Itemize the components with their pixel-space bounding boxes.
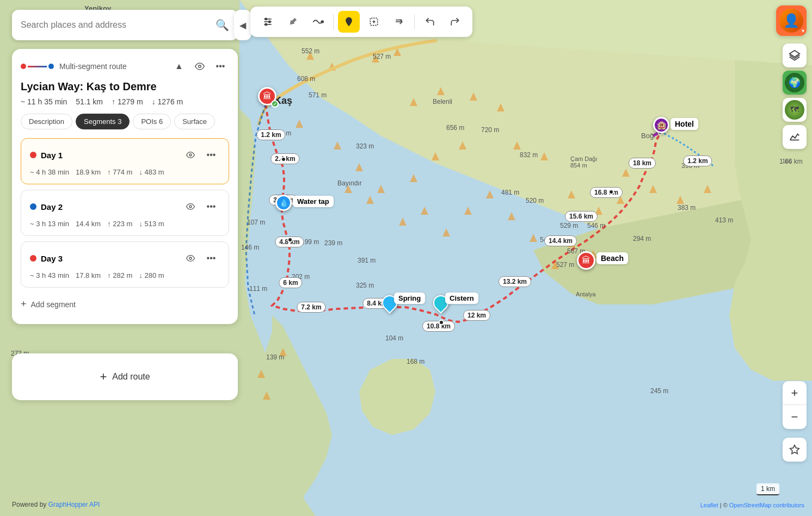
toolbar-poi-btn[interactable] [338, 11, 360, 33]
scale-bar: 1 km [756, 483, 779, 495]
toolbar-edit-btn[interactable] [388, 11, 410, 33]
left-panel: Multi-segment route ▲ ••• Lycian Way: Ka… [12, 49, 238, 324]
graphhopper-link[interactable]: GraphHopper API [48, 501, 100, 508]
spring-label: Spring [394, 293, 425, 304]
add-route-panel: + Add route [12, 353, 238, 400]
svg-point-45 [265, 23, 267, 25]
multi-segment-label: Multi-segment route [59, 62, 165, 71]
day2-distance: 14.4 km [76, 220, 101, 228]
route-ascent: ↑ 1279 m [112, 97, 143, 106]
toolbar-pan-btn[interactable]: ✋ [282, 11, 304, 33]
day3-more-btn[interactable]: ••• [202, 250, 220, 267]
toolbar-undo-btn[interactable] [419, 11, 441, 33]
more-btn[interactable]: ••• [212, 58, 229, 75]
svg-point-53 [199, 65, 201, 68]
toolbar-redo-btn[interactable] [444, 11, 466, 33]
graph-btn[interactable] [783, 125, 807, 149]
right-controls: 🌍 🗺 [783, 43, 807, 149]
osm-link[interactable]: OpenStreetMap contributors [729, 502, 804, 508]
cistern-label: Cistern [445, 293, 478, 304]
day3-descent: ↓ 280 m [139, 271, 164, 279]
svg-point-44 [269, 21, 270, 22]
tab-description[interactable]: Description [21, 114, 72, 129]
zoom-out-btn[interactable]: − [783, 405, 807, 429]
day3-label: Day 3 [41, 254, 63, 263]
segment-day3[interactable]: Day 3 ••• ~ 3 h 43 min 17.8 km ↑ 282 m ↓… [21, 241, 229, 288]
zoom-in-btn[interactable]: + [783, 381, 807, 405]
satellite-btn[interactable]: 🌍 [783, 71, 807, 95]
segment-day2[interactable]: Day 2 ••• ~ 3 h 13 min 14.4 km ↑ 223 m ↓… [21, 190, 229, 236]
powered-by: Powered by GraphHopper API [12, 501, 100, 508]
svg-point-46 [321, 21, 323, 23]
toolbar-draw-btn[interactable] [307, 11, 329, 33]
day2-label: Day 2 [41, 202, 63, 212]
day2-duration: ~ 3 h 13 min [30, 220, 69, 228]
hotel-label: Hotel [670, 118, 698, 130]
tab-row: Description Segments 3 POIs 6 Surface [21, 114, 229, 129]
route-waypoint-2 [287, 237, 293, 243]
day3-distance: 17.8 km [76, 271, 101, 279]
route-distance: 51.1 km [76, 97, 103, 106]
tab-segments[interactable]: Segments 3 [76, 114, 130, 129]
search-icon: 🔍 [216, 18, 229, 32]
route-stats: ~ 11 h 35 min 51.1 km ↑ 1279 m ↓ 1276 m [21, 97, 229, 106]
route-duration: ~ 11 h 35 min [21, 97, 67, 106]
spring-marker: Spring [382, 295, 397, 310]
cistern-marker: Cistern [433, 295, 448, 310]
day1-ascent: ↑ 774 m [107, 168, 132, 176]
day1-label: Day 1 [41, 151, 63, 160]
day2-visibility-btn[interactable] [182, 198, 199, 215]
search-bar[interactable]: 🔍 [12, 10, 238, 40]
route-waypoint-4 [608, 189, 614, 195]
day1-more-btn[interactable]: ••• [202, 146, 220, 164]
toolbar: ✋ [250, 7, 472, 37]
terrain-btn[interactable]: 🗺 [783, 98, 807, 122]
hotel-marker: 🏨 Hotel [653, 117, 669, 133]
avatar-chevron: ▾ [802, 28, 804, 34]
day1-duration: ~ 4 h 38 min [30, 168, 69, 176]
day1-visibility-btn[interactable] [182, 146, 199, 164]
upload-btn[interactable]: ▲ [170, 58, 188, 75]
collapse-panel-button[interactable]: ◀ [234, 10, 251, 40]
toolbar-select-btn[interactable] [363, 11, 385, 33]
beach-marker: 🏛 Beach [577, 251, 595, 270]
route-waypoint-3 [439, 320, 444, 325]
search-input[interactable] [21, 20, 210, 30]
zoom-controls: + − [783, 381, 807, 429]
add-segment-button[interactable]: + Add segment [21, 293, 76, 315]
svg-point-56 [189, 257, 192, 259]
route-waypoint-1 [281, 157, 286, 162]
day1-descent: ↓ 483 m [139, 168, 164, 176]
day3-ascent: ↑ 282 m [107, 271, 132, 279]
day3-visibility-btn[interactable] [182, 250, 199, 267]
add-route-button[interactable]: + Add route [21, 362, 229, 391]
visibility-btn[interactable] [191, 58, 208, 75]
locate-btn[interactable] [783, 438, 807, 462]
beach-label: Beach [596, 252, 628, 264]
svg-point-55 [189, 206, 192, 208]
tab-surface[interactable]: Surface [174, 114, 215, 129]
user-avatar[interactable]: 👤 ▾ [776, 5, 807, 36]
day1-distance: 18.9 km [76, 168, 101, 176]
layers-btn[interactable] [783, 43, 807, 67]
tab-pois[interactable]: POIs 6 [133, 114, 171, 129]
svg-point-54 [189, 154, 192, 156]
toolbar-filters-btn[interactable] [257, 11, 279, 33]
segment-day1[interactable]: Day 1 ••• ~ 4 h 38 min 18.9 km ↑ 774 m ↓… [21, 138, 229, 184]
day3-duration: ~ 3 h 43 min [30, 271, 69, 279]
kas-marker: 🏛 ✓ [258, 87, 276, 105]
day2-ascent: ↑ 223 m [107, 220, 132, 228]
route-descent: ↓ 1276 m [152, 97, 183, 106]
svg-point-43 [265, 18, 267, 20]
water-tap-marker: 💧 Water tap [275, 195, 292, 211]
water-tap-label: Water tap [293, 196, 334, 207]
day2-more-btn[interactable]: ••• [202, 198, 220, 215]
route-title: Lycian Way: Kaş to Demre [21, 80, 229, 93]
day2-descent: ↓ 513 m [139, 220, 164, 228]
leaflet-link[interactable]: Leaflet [700, 502, 718, 508]
route-line-icon [21, 64, 54, 69]
attribution: Leaflet | © OpenStreetMap contributors [700, 502, 804, 508]
